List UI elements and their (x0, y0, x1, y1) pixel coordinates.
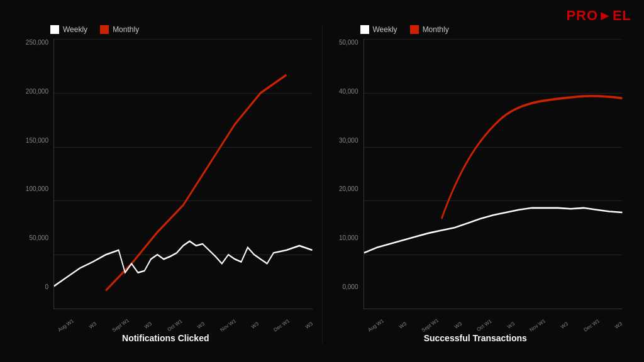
chart2-x-axis: Aug W1 W3 Sept W1 W3 Oct W1 W3 Nov W1 W3… (364, 321, 623, 329)
chart2-svg (364, 39, 623, 309)
chart1-legend-monthly: Monthly (100, 25, 139, 34)
x-label: W3 (250, 321, 260, 330)
x-label: Aug W1 (57, 318, 75, 333)
y-label: 150,000 (26, 137, 48, 144)
chart1-area: 250,000 200,000 150,000 100,000 50,000 0 (19, 39, 313, 309)
chart1-legend: Weekly Monthly (19, 25, 313, 34)
x-label: Oct W1 (166, 318, 183, 332)
chart1-container: Weekly Monthly 250,000 200,000 150,000 1… (13, 19, 322, 349)
chart2-container: Weekly Monthly 50,000 40,000 30,000 20,0… (323, 19, 632, 349)
main-container: PRO►EL Weekly Monthly 250,000 200,000 15… (0, 0, 644, 362)
logo-text-white: PRO (566, 8, 598, 23)
chart2-title: Successful Transactions (329, 333, 623, 343)
chart2-legend-monthly: Monthly (410, 25, 449, 34)
x-label: Nov W1 (219, 318, 236, 333)
chart2-monthly-label: Monthly (423, 25, 449, 34)
y-label: 100,000 (26, 185, 48, 192)
x-label: Dec W1 (582, 318, 600, 333)
chart2-plot: Aug W1 W3 Sept W1 W3 Oct W1 W3 Nov W1 W3… (364, 39, 623, 309)
x-label: W3 (453, 321, 463, 330)
y-label: 200,000 (26, 88, 48, 95)
x-label: W3 (143, 321, 153, 330)
x-label: W3 (614, 321, 623, 330)
chart1-weekly-label: Weekly (63, 25, 87, 34)
x-label: Dec W1 (273, 318, 291, 333)
chart2-legend-weekly: Weekly (360, 25, 397, 34)
weekly-color-box (50, 25, 59, 34)
charts-wrapper: Weekly Monthly 250,000 200,000 150,000 1… (13, 13, 631, 349)
x-label: W3 (88, 321, 97, 330)
y-label: 250,000 (26, 39, 48, 46)
chart1-plot: Aug W1 W3 Sept W1 W3 Oct W1 W3 Nov W1 W3… (53, 39, 313, 309)
logo: PRO►EL (566, 8, 631, 24)
weekly-color-box2 (360, 25, 369, 34)
chart2-y-axis: 50,000 40,000 30,000 20,000 10,000 0,000 (329, 39, 364, 309)
chart1-title: Notifications Clicked (19, 333, 313, 343)
x-label: W3 (398, 321, 408, 330)
x-label: W3 (560, 321, 569, 330)
x-label: Aug W1 (367, 318, 384, 333)
logo-arrow: ► (598, 8, 613, 23)
y-label: 30,000 (339, 137, 358, 144)
chart2-area: 50,000 40,000 30,000 20,000 10,000 0,000 (329, 39, 623, 309)
chart1-y-axis: 250,000 200,000 150,000 100,000 50,000 0 (19, 39, 53, 309)
y-label: 0 (45, 283, 48, 290)
x-label: Sept W1 (421, 317, 440, 333)
chart1-x-axis: Aug W1 W3 Sept W1 W3 Oct W1 W3 Nov W1 W3… (54, 321, 313, 329)
x-label: Oct W1 (476, 318, 493, 332)
y-label: 10,000 (339, 234, 358, 241)
y-label: 20,000 (339, 185, 358, 192)
logo-text-white2: EL (613, 8, 631, 23)
chart1-legend-weekly: Weekly (50, 25, 87, 34)
y-label: 50,000 (29, 234, 48, 241)
chart2-weekly-label: Weekly (373, 25, 397, 34)
chart2-legend: Weekly Monthly (329, 25, 623, 34)
monthly-color-box (100, 25, 109, 34)
x-label: W3 (506, 321, 516, 330)
chart1-monthly-label: Monthly (113, 25, 139, 34)
chart1-svg (54, 39, 313, 309)
y-label: 0,000 (342, 283, 358, 290)
x-label: Nov W1 (529, 318, 547, 333)
y-label: 40,000 (339, 88, 358, 95)
y-label: 50,000 (339, 39, 358, 46)
x-label: W3 (304, 321, 314, 330)
x-label: W3 (196, 321, 206, 330)
monthly-color-box2 (410, 25, 419, 34)
x-label: Sept W1 (111, 317, 130, 333)
